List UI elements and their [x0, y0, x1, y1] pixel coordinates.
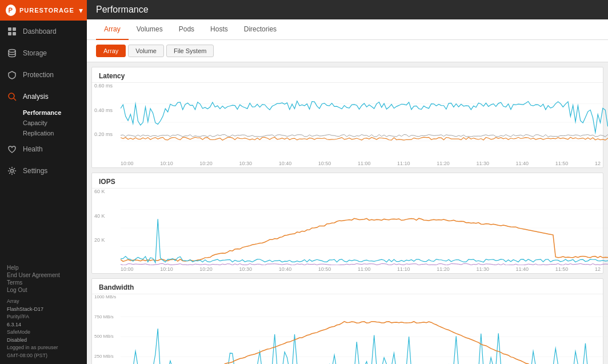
footer-help[interactable]: Help [7, 265, 80, 271]
storage-icon [7, 48, 17, 58]
dashboard-icon [7, 26, 17, 37]
svg-point-6 [9, 93, 14, 99]
tab-hosts[interactable]: Hosts [202, 19, 236, 40]
health-icon [7, 144, 17, 154]
bandwidth-chart-container: 1000 MB/s 750 MB/s 500 MB/s 250 MB/s 10:… [92, 294, 603, 364]
sidebar-item-settings[interactable]: Settings [0, 160, 87, 182]
iops-y-labels: 60 K 40 K 20 K [94, 189, 105, 262]
sidebar-footer: Help End User Agreement Terms Log Out Ar… [0, 260, 87, 364]
sidebar-array-info: Array FlashStack-D17 Purity//FA 6.3.14 S… [7, 298, 80, 359]
sidebar-sub-performance[interactable]: Performance [0, 107, 87, 118]
iops-canvas-wrap [121, 191, 601, 265]
sidebar-item-storage[interactable]: Storage [0, 42, 87, 64]
footer-terms[interactable]: Terms [7, 279, 80, 286]
sub-tab-bar: Array Volume File System [87, 40, 608, 62]
svg-rect-2 [13, 27, 16, 31]
latency-canvas [121, 85, 608, 159]
footer-logout[interactable]: Log Out [7, 287, 80, 293]
subtab-filesystem[interactable]: File System [166, 45, 214, 57]
sidebar-sub-capacity[interactable]: Capacity [0, 118, 87, 128]
sidebar-item-analysis[interactable]: Analysis [0, 86, 87, 107]
logo-text: PURESTORAGE [19, 7, 74, 14]
latency-title: Latency [92, 67, 603, 83]
page-title: Performance [96, 5, 149, 15]
main-content: Performance Array Volumes Pods Hosts Dir… [87, 0, 608, 364]
sidebar-label-health: Health [23, 145, 43, 153]
logo-caret: ▾ [79, 6, 83, 15]
protection-icon [7, 70, 17, 80]
sidebar-sub-replication[interactable]: Replication [0, 128, 87, 138]
svg-point-8 [11, 170, 14, 173]
latency-canvas-wrap [121, 85, 601, 159]
outer-tab-bar: Array Volumes Pods Hosts Directories [87, 19, 608, 40]
bandwidth-title: Bandwidth [92, 279, 603, 294]
sidebar-item-health[interactable]: Health [0, 138, 87, 160]
logo-bar: PURESTORAGE ▾ [0, 0, 87, 21]
bandwidth-y-labels: 1000 MB/s 750 MB/s 500 MB/s 250 MB/s [94, 294, 116, 364]
bandwidth-chart-section: Bandwidth 1000 MB/s 750 MB/s 500 MB/s 25… [91, 278, 603, 364]
settings-icon [7, 166, 17, 176]
bandwidth-canvas-wrap [121, 297, 601, 364]
analysis-icon [7, 91, 17, 102]
sidebar-item-dashboard[interactable]: Dashboard [0, 21, 87, 42]
svg-point-5 [9, 50, 15, 53]
top-bar: Performance [87, 0, 608, 19]
sidebar-label-settings: Settings [23, 167, 47, 175]
svg-rect-3 [8, 32, 11, 35]
sidebar-label-storage: Storage [23, 49, 47, 57]
iops-chart-section: IOPS 60 K 40 K 20 K 10:0010:1010:20 10:3… [91, 173, 603, 274]
iops-chart-container: 60 K 40 K 20 K 10:0010:1010:20 10:3010:4… [92, 189, 603, 273]
latency-y-labels: 0.60 ms 0.40 ms 0.20 ms [94, 83, 113, 156]
svg-rect-4 [13, 32, 16, 35]
bandwidth-canvas [121, 297, 608, 364]
logo-icon [6, 5, 16, 16]
tab-directories[interactable]: Directories [236, 19, 285, 40]
svg-line-7 [14, 98, 16, 101]
latency-chart-section: Latency 0.60 ms 0.40 ms 0.20 ms 10:0010:… [91, 67, 603, 168]
iops-x-labels: 10:0010:1010:20 10:3010:4010:50 11:0011:… [121, 265, 601, 273]
footer-eua[interactable]: End User Agreement [7, 272, 80, 278]
tab-pods[interactable]: Pods [171, 19, 202, 40]
iops-canvas [121, 191, 608, 265]
svg-rect-1 [8, 27, 11, 31]
latency-x-labels: 10:0010:1010:20 10:3010:4010:50 11:0011:… [121, 159, 601, 167]
charts-area: Latency 0.60 ms 0.40 ms 0.20 ms 10:0010:… [87, 62, 608, 364]
sidebar: PURESTORAGE ▾ Dashboard Storage [0, 0, 87, 364]
sidebar-item-protection[interactable]: Protection [0, 64, 87, 86]
subtab-volume[interactable]: Volume [128, 45, 164, 57]
sidebar-label-dashboard: Dashboard [23, 27, 57, 35]
latency-chart-container: 0.60 ms 0.40 ms 0.20 ms 10:0010:1010:20 … [92, 83, 603, 167]
iops-title: IOPS [92, 173, 603, 189]
subtab-array[interactable]: Array [96, 45, 126, 57]
tab-volumes[interactable]: Volumes [129, 19, 171, 40]
sidebar-label-analysis: Analysis [23, 93, 49, 101]
sidebar-label-protection: Protection [23, 71, 54, 79]
tab-array[interactable]: Array [96, 19, 129, 40]
